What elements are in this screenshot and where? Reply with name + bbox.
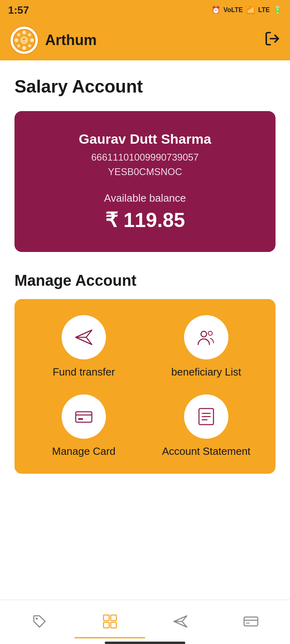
manage-card-icon-circle [62, 394, 106, 439]
svg-rect-24 [104, 615, 109, 621]
svg-point-6 [28, 33, 31, 37]
main-content: Salary Account Gaurav Dutt Sharma 666111… [0, 60, 290, 604]
card-balance-label: Available balance [27, 192, 263, 204]
svg-point-5 [17, 33, 21, 37]
manage-card-item[interactable]: Manage Card [27, 394, 141, 458]
beneficiary-icon-circle [184, 315, 228, 359]
signal-icon: VoLTE [224, 6, 243, 14]
svg-point-15 [208, 331, 212, 335]
manage-account-grid-container: Fund transfer beneficiary List [14, 299, 276, 474]
svg-point-8 [28, 44, 31, 47]
account-statement-item[interactable]: Account Statement [149, 394, 263, 458]
svg-text:अर्थ: अर्थ [22, 39, 26, 42]
fund-transfer-item[interactable]: Fund transfer [27, 315, 141, 378]
nav-item-dashboard[interactable] [75, 606, 145, 638]
account-statement-label: Account Statement [162, 445, 251, 458]
statement-icon-circle [184, 394, 228, 439]
people-icon [196, 327, 217, 348]
logout-button[interactable] [264, 31, 280, 50]
nav-item-cards[interactable] [215, 606, 286, 638]
beneficiary-list-label: beneficiary List [171, 366, 241, 378]
card-holder-name: Gaurav Dutt Sharma [27, 131, 263, 147]
status-bar: 1:57 ⏰ VoLTE 📶 LTE 🔋 [0, 0, 290, 20]
svg-rect-25 [111, 615, 116, 621]
svg-point-14 [201, 331, 207, 337]
fund-transfer-label: Fund transfer [53, 366, 115, 378]
svg-rect-16 [76, 412, 92, 422]
status-time: 1:57 [8, 4, 29, 17]
app-logo: अर्थ [10, 26, 39, 55]
beneficiary-list-item[interactable]: beneficiary List [149, 315, 263, 378]
tag-icon [31, 613, 48, 630]
battery-icon: 🔋 [273, 6, 282, 14]
wifi-icon: 📶 [246, 6, 255, 14]
nav-item-transfer[interactable] [145, 606, 215, 638]
page-title: Salary Account [14, 76, 276, 97]
app-name: Arthum [45, 32, 97, 49]
card-ifsc: YESB0CMSNOC [27, 166, 263, 178]
svg-rect-29 [244, 617, 258, 626]
dashboard-icon [102, 613, 118, 630]
manage-card-label: Manage Card [52, 445, 116, 458]
logo-svg: अर्थ [12, 29, 36, 52]
svg-point-2 [22, 46, 26, 50]
transfer-icon [172, 613, 188, 630]
nav-item-tags[interactable] [4, 606, 75, 638]
svg-point-7 [17, 44, 21, 47]
credit-card-icon [243, 613, 259, 630]
svg-point-4 [30, 38, 34, 42]
list-icon [196, 406, 217, 427]
svg-point-23 [35, 618, 37, 620]
lte-icon: LTE [258, 6, 270, 14]
svg-rect-26 [104, 622, 109, 628]
svg-rect-27 [111, 622, 116, 628]
bottom-nav [0, 600, 290, 644]
header-left: अर्थ Arthum [10, 26, 97, 55]
manage-account-title: Manage Account [14, 272, 276, 289]
alarm-icon: ⏰ [211, 6, 220, 14]
card-account-number: 66611101009990739057 [27, 152, 263, 163]
fund-transfer-icon-circle [62, 315, 106, 359]
home-indicator [105, 642, 185, 644]
account-card: Gaurav Dutt Sharma 66611101009990739057 … [14, 111, 276, 252]
svg-point-3 [14, 38, 19, 42]
manage-account-grid: Fund transfer beneficiary List [27, 315, 263, 458]
send-icon [73, 327, 94, 348]
app-header: अर्थ Arthum [0, 20, 290, 60]
card-icon [73, 406, 94, 427]
status-icons: ⏰ VoLTE 📶 LTE 🔋 [211, 6, 282, 14]
svg-point-1 [22, 31, 26, 35]
svg-rect-18 [78, 418, 83, 420]
card-balance-amount: ₹ 119.85 [27, 208, 263, 232]
